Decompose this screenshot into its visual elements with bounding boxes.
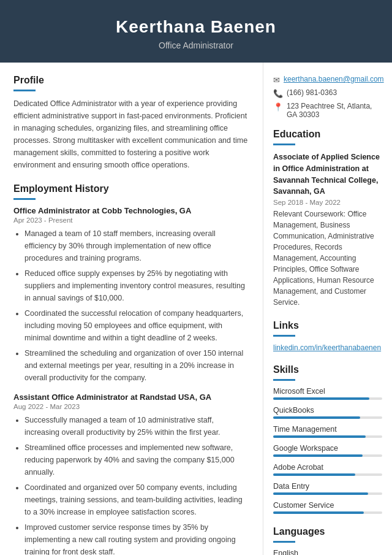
skills-divider [273,379,295,381]
skill-name: Adobe Acrobat [273,463,382,472]
skill-bar-fill [273,454,363,457]
job-date: Aug 2022 - Mar 2023 [13,403,249,410]
job-bullet: Streamlined office processes and impleme… [24,442,249,478]
contact-phone-item: 📞 (166) 981-0363 [273,88,382,98]
skill-item: Time Management [273,425,382,438]
skill-item: Microsoft Excel [273,387,382,400]
skill-bar-fill [273,511,364,514]
skills-section: Skills Microsoft ExcelQuickBooksTime Man… [273,364,382,514]
skill-bar-fill [273,492,368,495]
phone-number: (166) 981-0363 [287,88,337,97]
profile-divider [13,90,36,91]
skill-bar-bg [273,492,382,495]
skill-name: QuickBooks [273,406,382,415]
location-icon: 📍 [273,102,283,112]
address-text: 123 Peachtree St, Atlanta, GA 30303 [287,102,382,119]
employment-heading: Employment History [13,183,249,194]
candidate-name: Keerthana Baenen [12,17,380,37]
phone-icon: 📞 [273,89,283,98]
employment-section: Employment History Office Administrator … [13,183,249,555]
jobs-list: Office Administrator at Cobb Technologie… [13,206,249,555]
email-icon: ✉ [273,75,280,85]
job-entry: Office Administrator at Cobb Technologie… [13,206,249,384]
right-column: ✉ keerthana.baenen@gmail.com 📞 (166) 981… [263,63,392,555]
links-heading: Links [273,320,382,331]
links-divider [273,335,295,337]
education-heading: Education [273,129,382,140]
skill-name: Microsoft Excel [273,387,382,396]
resume-header: Keerthana Baenen Office Administrator [0,0,392,63]
skill-bar-fill [273,473,355,476]
job-bullet: Coordinated and organized over 50 compan… [24,481,249,518]
job-date: Apr 2023 - Present [13,216,249,224]
skill-bar-fill [273,397,369,400]
job-title: Office Administrator at Cobb Technologie… [13,206,249,215]
skill-name: Data Entry [273,482,382,491]
contact-email-item: ✉ keerthana.baenen@gmail.com [273,75,382,85]
job-bullet: Improved customer service response times… [24,521,249,555]
job-title: Assistant Office Administrator at Randst… [13,392,249,402]
edu-coursework: Relevant Coursework: Office Management, … [273,209,382,308]
email-link[interactable]: keerthana.baenen@gmail.com [284,75,384,83]
job-bullet: Reduced office supply expenses by 25% by… [24,267,249,304]
skill-bar-fill [273,416,360,419]
links-section: Links linkedin.com/in/keerthanabaenen [273,320,382,352]
job-bullets: Successfully managed a team of 10 admini… [13,414,249,555]
languages-section: Languages EnglishIndonesian [273,526,382,555]
language-item: English [273,549,382,555]
language-name: English [273,549,382,555]
skill-name: Time Management [273,425,382,434]
skill-bar-bg [273,397,382,400]
edu-degree: Associate of Applied Science in Office A… [273,151,382,197]
education-section: Education Associate of Applied Science i… [273,129,382,308]
skill-item: Adobe Acrobat [273,463,382,476]
skill-bar-bg [273,454,382,457]
skill-item: Google Workspace [273,444,382,457]
left-column: Profile Dedicated Office Administrator w… [0,63,263,555]
profile-text: Dedicated Office Administrator with a ye… [13,98,249,171]
education-divider [273,144,295,145]
skill-bar-bg [273,473,382,476]
contact-address-item: 📍 123 Peachtree St, Atlanta, GA 30303 [273,102,382,119]
languages-heading: Languages [273,526,382,537]
job-bullet: Managed a team of 10 staff members, incr… [24,228,249,264]
skill-bar-fill [273,435,366,438]
skills-list: Microsoft ExcelQuickBooksTime Management… [273,387,382,514]
languages-list: EnglishIndonesian [273,549,382,555]
main-content: Profile Dedicated Office Administrator w… [0,63,392,555]
contact-section: ✉ keerthana.baenen@gmail.com 📞 (166) 981… [273,75,382,119]
edu-date: Sep 2018 - May 2022 [273,199,382,206]
employment-divider [13,198,36,200]
profile-heading: Profile [13,75,249,86]
profile-section: Profile Dedicated Office Administrator w… [13,75,249,171]
skill-item: Data Entry [273,482,382,495]
job-bullet: Coordinated the successful relocation of… [24,307,249,344]
skill-item: Customer Service [273,501,382,514]
job-bullets: Managed a team of 10 staff members, incr… [13,228,249,384]
job-entry: Assistant Office Administrator at Randst… [13,392,249,555]
skill-name: Google Workspace [273,444,382,453]
languages-divider [273,541,295,543]
job-bullet: Successfully managed a team of 10 admini… [24,414,249,438]
skills-heading: Skills [273,364,382,375]
skill-bar-bg [273,435,382,438]
skill-bar-bg [273,416,382,419]
skill-item: QuickBooks [273,406,382,419]
skill-bar-bg [273,511,382,514]
job-bullet: Streamlined the scheduling and organizat… [24,347,249,384]
skill-name: Customer Service [273,501,382,510]
candidate-title: Office Administrator [12,40,380,50]
linkedin-link[interactable]: linkedin.com/in/keerthanabaenen [273,343,381,352]
